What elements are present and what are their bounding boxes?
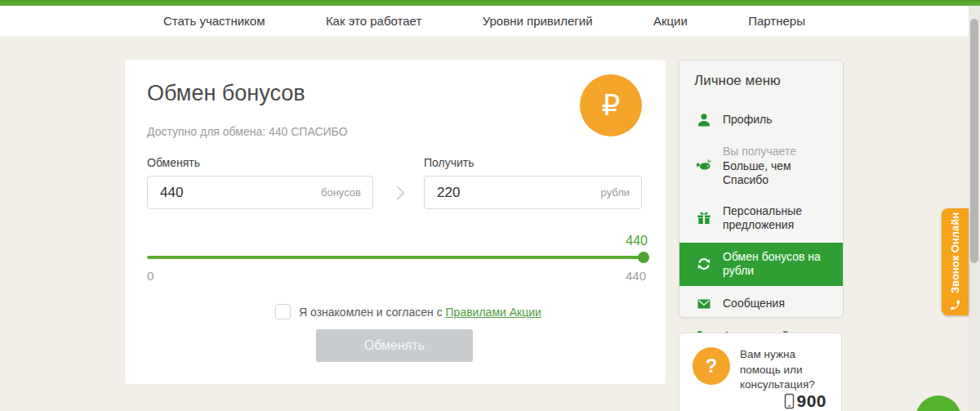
phone-icon <box>949 299 961 311</box>
online-call-tab[interactable]: Звонок Онлайн <box>942 208 969 315</box>
agreement-text: Я ознакомлен и согласен с Правилами Акци… <box>299 306 541 319</box>
online-call-label: Звонок Онлайн <box>949 212 961 293</box>
exchange-field-label: Обменять <box>147 156 200 169</box>
exchange-input-wrap: бонусов <box>147 176 373 209</box>
scrollbar-thumb[interactable] <box>970 19 978 263</box>
help-phone-number: 900 <box>796 391 826 411</box>
help-phone: 900 <box>784 391 826 411</box>
question-icon: ? <box>693 347 730 385</box>
slider-current-value: 440 <box>626 234 648 248</box>
agreement-checkbox[interactable] <box>275 304 291 319</box>
nav-item-privilege-levels[interactable]: Уровни привилегий <box>483 14 593 28</box>
menu-item-label: Вы получаете Больше, чем Спасибо <box>723 145 833 188</box>
menu-item-mainlabel: Больше, чем Спасибо <box>723 159 791 187</box>
menu-item-label: Персональные предложения <box>723 204 833 233</box>
slider-max-label: 440 <box>626 269 646 283</box>
exchange-submit-button[interactable]: Обменять <box>316 329 473 362</box>
top-accent-bar <box>0 0 980 6</box>
menu-item-profile[interactable]: Профиль <box>679 105 843 135</box>
page-title: Обмен бонусов <box>147 81 305 106</box>
personal-menu: Личное меню Профиль Вы получаете Больше,… <box>679 60 844 318</box>
exchange-input[interactable] <box>148 185 321 201</box>
menu-item-messages[interactable]: Сообщения <box>679 289 843 319</box>
rules-link[interactable]: Правилами Акции <box>446 306 541 319</box>
personal-menu-title: Личное меню <box>679 60 843 89</box>
nav-item-promotions[interactable]: Акции <box>653 14 688 28</box>
menu-item-personal-offers[interactable]: Персональные предложения <box>679 198 843 239</box>
bonus-slider[interactable] <box>147 256 648 259</box>
receive-input-wrap: рубли <box>424 176 642 209</box>
nav-item-partners[interactable]: Партнеры <box>748 14 805 28</box>
exchange-unit-label: бонусов <box>321 186 372 199</box>
mail-icon <box>696 296 712 312</box>
user-icon <box>696 112 712 128</box>
slider-min-label: 0 <box>147 269 154 283</box>
ruble-symbol: ₽ <box>602 91 621 120</box>
menu-item-label: Сообщения <box>723 297 785 311</box>
chevron-right-icon <box>390 182 411 203</box>
receive-input[interactable] <box>425 185 601 201</box>
mobile-phone-icon <box>784 393 795 409</box>
menu-item-bonus-exchange[interactable]: Обмен бонусов на рубли <box>679 243 843 286</box>
help-card: ? Вам нужна помощь или консультация? 900 <box>679 333 842 411</box>
receive-field-label: Получить <box>424 156 474 169</box>
bonus-exchange-card: Обмен бонусов ₽ Доступно для обмена: 440… <box>125 60 666 384</box>
whale-icon <box>696 158 712 174</box>
menu-item-label: Профиль <box>723 113 772 127</box>
help-text: Вам нужна помощь или консультация? <box>740 347 833 393</box>
page: Стать участником Как это работает Уровни… <box>0 0 980 411</box>
menu-item-more-than-spasibo[interactable]: Вы получаете Больше, чем Спасибо <box>679 138 843 194</box>
agreement-text-static: Я ознакомлен и согласен с <box>299 306 443 319</box>
top-navigation: Стать участником Как это работает Уровни… <box>0 6 969 36</box>
gift-icon <box>696 210 712 226</box>
ruble-icon: ₽ <box>580 74 642 136</box>
agreement-row: Я ознакомлен и согласен с Правилами Акци… <box>275 304 541 319</box>
nav-item-how-it-works[interactable]: Как это работает <box>326 14 421 28</box>
receive-unit-label: рубли <box>601 186 641 199</box>
menu-item-label: Обмен бонусов на рубли <box>723 250 833 279</box>
slider-handle[interactable] <box>638 252 649 263</box>
available-bonus-label: Доступно для обмена: 440 СПАСИБО <box>147 125 348 138</box>
sync-icon <box>696 256 712 272</box>
chat-widget-button[interactable] <box>915 395 961 411</box>
scrollbar-track[interactable] <box>969 6 980 411</box>
menu-item-sublabel: Вы получаете <box>723 145 833 159</box>
nav-item-become-member[interactable]: Стать участником <box>163 14 265 28</box>
